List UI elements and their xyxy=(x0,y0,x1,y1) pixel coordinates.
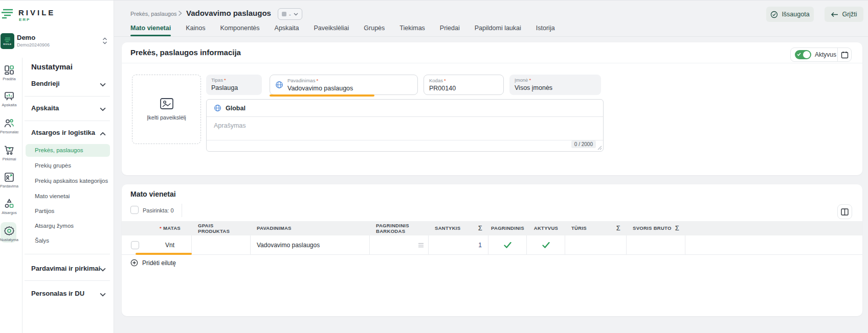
sidebar-group-pardavimai-ir-pirkimai[interactable]: Pardavimai ir pirkimai xyxy=(31,265,108,272)
rail-item-pardavimai[interactable]: Pardavimai xyxy=(0,172,18,188)
column-header-aktyvus[interactable]: AKTYVUS xyxy=(527,221,565,235)
column-header-pagrindinis[interactable]: PAGRINDINIS xyxy=(488,221,527,235)
rail-label: Pardavimai xyxy=(0,184,18,188)
column-header-pagrindinis-barkodas[interactable]: PAGRINDINIS BARKODAS xyxy=(370,221,429,235)
check-icon xyxy=(504,242,511,248)
image-upload-dropzone[interactable]: Įkelti paveikslėlį xyxy=(132,75,201,144)
rail-item-nustatymai[interactable]: Nustatymai xyxy=(0,225,18,242)
cell-pavadinimas[interactable]: Vadovavimo paslaugos xyxy=(251,235,370,254)
rail-item-atsargos[interactable]: Atsargos xyxy=(0,198,18,215)
sidebar-item-mato-vienetai[interactable]: Mato vienetai xyxy=(35,193,112,199)
saved-button-label: Išsaugota xyxy=(782,11,809,18)
column-header-pavadinimas[interactable]: PAVADINIMAS xyxy=(251,221,370,235)
pavadinimas-focus-underline xyxy=(270,94,374,97)
chevron-up-icon[interactable] xyxy=(100,131,106,137)
breadcrumb-parent[interactable]: Prekės, paslaugos xyxy=(130,11,177,17)
column-header-svoris-bruto[interactable]: SVORIS BRUTOΣ xyxy=(627,221,685,235)
rail-item-apskaita[interactable]: Apskaita xyxy=(0,90,18,107)
sidebar-item-prekes-paslaugos[interactable]: Prekės, paslaugos xyxy=(35,147,112,153)
rail-item-pirkimai[interactable]: Pirkimai xyxy=(0,145,18,161)
select-all-checkbox[interactable] xyxy=(130,206,139,214)
sidebar-item-prekiu-apskaitos-kategorijos[interactable]: Prekių apskaitos kategorijos xyxy=(35,178,112,184)
sidebar-title: Nustatymai xyxy=(31,62,73,71)
row-checkbox[interactable] xyxy=(131,241,139,249)
product-info-card: Prekės, paslaugos informacija Aktyvus Įk… xyxy=(122,42,862,175)
sigma-icon[interactable]: Σ xyxy=(478,224,482,232)
sidebar-item-salys[interactable]: Šalys xyxy=(35,237,112,244)
account-switcher-icon[interactable] xyxy=(102,37,107,44)
tab-kainos[interactable]: Kainos xyxy=(186,25,205,36)
chevron-down-icon[interactable] xyxy=(100,292,106,298)
rail-label: Nustatymai xyxy=(0,237,18,242)
tipas-field[interactable]: Tipas* Paslauga xyxy=(206,75,262,95)
tab-paveiksleliai[interactable]: Paveikslėliai xyxy=(314,25,349,36)
calendar-button[interactable] xyxy=(838,51,851,59)
table-header-row: *MATAS GPAIS PRODUKTAS PAVADINIMAS PAGRI… xyxy=(122,221,862,235)
tab-tiekimas[interactable]: Tiekimas xyxy=(399,25,425,36)
imone-field[interactable]: Įmonė* Visos įmonės xyxy=(509,75,601,95)
units-card: Mato vienetai Pasirinkta: 0 *MATAS GPAIS… xyxy=(122,184,862,316)
column-header-santykis[interactable]: SANTYKISΣ xyxy=(429,221,488,235)
drag-handle-icon[interactable] xyxy=(418,243,424,248)
cell-barkodas[interactable] xyxy=(370,235,429,254)
cell-aktyvus[interactable] xyxy=(527,235,565,254)
sidebar-group-bendrieji[interactable]: Bendrieji xyxy=(31,80,108,87)
gear-icon xyxy=(4,225,15,236)
sidebar-item-atsargu-zymos[interactable]: Atsargų žymos xyxy=(35,223,112,229)
saved-button[interactable]: Išsaugota xyxy=(766,7,814,22)
description-language-header[interactable]: Global xyxy=(207,100,603,117)
account-name: Demo xyxy=(17,34,35,41)
tab-komponentes[interactable]: Komponentės xyxy=(220,25,259,36)
cell-turis[interactable] xyxy=(565,235,627,254)
column-settings-button[interactable] xyxy=(837,204,852,219)
account-tile[interactable]: RIVILE xyxy=(1,33,14,49)
kodas-field[interactable]: Kodas* PR00140 xyxy=(424,75,504,95)
tipas-label: Tipas* xyxy=(211,77,257,83)
sidebar-item-prekiu-grupes[interactable]: Prekių grupės xyxy=(35,162,112,169)
account-tile-brand: RIVILE xyxy=(4,43,12,45)
chevron-down-icon[interactable] xyxy=(100,82,106,88)
tab-apskaita[interactable]: Apskaita xyxy=(275,25,299,36)
sigma-icon[interactable]: Σ xyxy=(616,224,620,232)
check-circle-icon xyxy=(770,11,778,18)
toolbar-divider xyxy=(182,204,182,217)
variant-dropdown[interactable]: - xyxy=(278,8,302,20)
cell-svoris[interactable] xyxy=(627,235,685,254)
rail-item-personalas[interactable]: Personalas xyxy=(0,117,18,134)
column-header-matas[interactable]: *MATAS xyxy=(148,221,192,235)
tab-mato-vienetai[interactable]: Mato vienetai xyxy=(130,25,171,36)
back-button[interactable]: Grįžti xyxy=(825,7,863,22)
imone-label: Įmonė* xyxy=(515,77,596,83)
description-language: Global xyxy=(226,105,246,112)
description-textarea-placeholder[interactable]: Aprašymas xyxy=(214,122,246,129)
rail-label: Pirkimai xyxy=(0,157,18,161)
cell-matas[interactable]: Vnt xyxy=(148,235,192,254)
active-toggle[interactable] xyxy=(795,50,811,59)
tab-istorija[interactable]: Istorija xyxy=(536,25,555,36)
cell-santykis[interactable]: 1 xyxy=(429,235,488,254)
chevron-down-icon[interactable] xyxy=(100,106,106,112)
calendar-icon xyxy=(841,51,849,59)
matas-cell-focus-underline xyxy=(136,253,192,255)
cell-pagrindinis[interactable] xyxy=(488,235,527,254)
chevron-down-icon[interactable] xyxy=(100,267,106,273)
chevron-down-icon xyxy=(294,13,298,16)
arrow-left-icon xyxy=(831,12,838,17)
sigma-icon[interactable]: Σ xyxy=(675,224,679,232)
sidebar-divider xyxy=(25,254,110,254)
rail-item-pradzia[interactable]: Pradžia xyxy=(0,64,18,81)
pavadinimas-field[interactable]: Pavadinimas* Vadovavimo paslaugos xyxy=(270,75,418,95)
toggle-knob xyxy=(803,51,810,58)
column-header-gpais-produktas[interactable]: GPAIS PRODUKTAS xyxy=(192,221,251,235)
sidebar-group-atsargos-ir-logistika[interactable]: Atsargos ir logistika xyxy=(31,129,108,136)
add-row-button[interactable]: Pridėti eilutę xyxy=(130,259,176,267)
sidebar-group-apskaita[interactable]: Apskaita xyxy=(31,104,108,112)
resize-handle-icon[interactable] xyxy=(597,146,602,150)
tab-priedai[interactable]: Priedai xyxy=(440,25,460,36)
cell-gpais[interactable] xyxy=(192,235,251,254)
sidebar-item-partijos[interactable]: Partijos xyxy=(35,208,112,214)
sidebar-group-personalas-ir-du[interactable]: Personalas ir DU xyxy=(31,290,108,297)
column-header-turis[interactable]: TŪRISΣ xyxy=(565,221,627,235)
tab-papildomi-laukai[interactable]: Papildomi laukai xyxy=(475,25,521,36)
tab-grupes[interactable]: Grupės xyxy=(364,25,385,36)
